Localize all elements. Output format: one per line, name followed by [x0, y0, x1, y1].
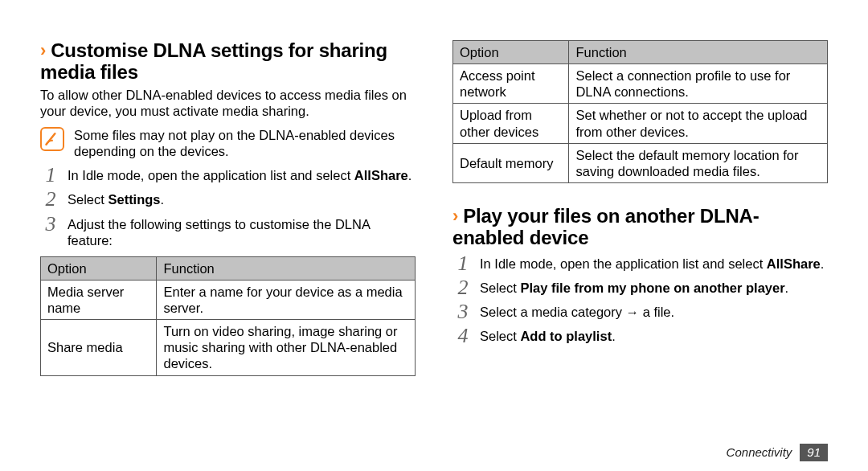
footer-section: Connectivity	[727, 445, 792, 459]
step-text: Select a media category → a file.	[480, 305, 674, 319]
table-header-row: Option Function	[41, 256, 416, 280]
table-row: Upload from other devices Set whether or…	[453, 104, 828, 143]
table-header: Function	[569, 41, 828, 64]
step-text: .	[785, 281, 789, 295]
chevron-right-icon: ›	[452, 207, 458, 225]
step-item: 2 Select Play file from my phone on anot…	[452, 280, 828, 296]
step-number: 1	[452, 251, 473, 276]
table-header: Option	[41, 256, 157, 280]
page-number: 91	[800, 444, 828, 461]
note-icon	[40, 127, 64, 151]
step-text: .	[161, 192, 165, 207]
table-row: Media server name Enter a name for your …	[41, 280, 416, 319]
step-text-bold: AllShare	[767, 256, 821, 271]
step-text: .	[821, 256, 825, 271]
table-row: Default memory Select the default memory…	[453, 143, 828, 182]
table-cell: Media server name	[41, 280, 157, 319]
table-cell: Enter a name for your device as a media …	[157, 280, 416, 319]
table-cell: Select the default memory location for s…	[569, 143, 828, 182]
step-item: 3 Adjust the following settings to custo…	[40, 216, 416, 248]
table-row: Access point network Select a connection…	[453, 64, 828, 104]
lead-paragraph: To allow other DLNA-enabled devices to a…	[40, 87, 416, 119]
step-text: Adjust the following settings to customi…	[68, 217, 370, 248]
table-header: Function	[157, 256, 416, 280]
step-text: .	[612, 329, 616, 343]
step-text: .	[408, 168, 412, 182]
step-text-bold: AllShare	[354, 168, 408, 182]
section-heading-customise: ›Customise DLNA settings for sharing med…	[40, 40, 416, 84]
step-number: 2	[40, 186, 61, 212]
heading-text: Customise DLNA settings for sharing medi…	[40, 39, 387, 83]
table-cell: Turn on video sharing, image sharing or …	[157, 320, 416, 375]
step-number: 3	[452, 299, 473, 325]
step-text-bold: Settings	[108, 192, 160, 207]
table-header-row: Option Function	[453, 41, 828, 64]
heading-text: Play your files on another DLNA-enabled …	[452, 205, 759, 248]
step-text-bold: Play file from my phone on another playe…	[520, 281, 784, 295]
table-row: Share media Turn on video sharing, image…	[41, 320, 416, 375]
step-text: Select	[68, 192, 108, 207]
table-cell: Share media	[41, 320, 157, 375]
options-table: Option Function Access point network Sel…	[452, 40, 828, 183]
manual-page: ›Customise DLNA settings for sharing med…	[0, 0, 868, 471]
step-item: 1 In Idle mode, open the application lis…	[452, 256, 828, 272]
note-box: Some files may not play on the DLNA-enab…	[40, 127, 416, 159]
steps-list: 1 In Idle mode, open the application lis…	[452, 256, 828, 345]
page-footer: Connectivity91	[727, 444, 828, 461]
step-number: 2	[452, 275, 473, 301]
table-cell: Upload from other devices	[453, 104, 569, 143]
left-column: ›Customise DLNA settings for sharing med…	[40, 40, 416, 471]
table-header: Option	[453, 41, 569, 64]
step-text: In Idle mode, open the application list …	[480, 256, 767, 271]
note-text: Some files may not play on the DLNA-enab…	[74, 127, 416, 159]
table-cell: Access point network	[453, 64, 569, 104]
table-cell: Set whether or not to accept the upload …	[569, 104, 828, 143]
steps-list: 1 In Idle mode, open the application lis…	[40, 167, 416, 248]
table-cell: Default memory	[453, 143, 569, 182]
right-column: Option Function Access point network Sel…	[452, 40, 828, 471]
step-text: Select	[480, 281, 520, 295]
step-number: 4	[452, 323, 473, 349]
step-item: 2 Select Settings.	[40, 191, 416, 207]
step-text: Select	[480, 329, 520, 343]
step-number: 1	[40, 162, 61, 188]
step-text: In Idle mode, open the application list …	[68, 168, 354, 182]
step-text-bold: Add to playlist	[520, 329, 612, 343]
table-cell: Select a connection profile to use for D…	[569, 64, 828, 104]
options-table: Option Function Media server name Enter …	[40, 256, 416, 376]
step-item: 4 Select Add to playlist.	[452, 328, 828, 344]
chevron-right-icon: ›	[40, 42, 46, 59]
step-number: 3	[40, 211, 61, 237]
section-heading-play: ›Play your files on another DLNA-enabled…	[452, 206, 828, 249]
step-item: 1 In Idle mode, open the application lis…	[40, 167, 416, 183]
step-item: 3 Select a media category → a file.	[452, 304, 828, 320]
